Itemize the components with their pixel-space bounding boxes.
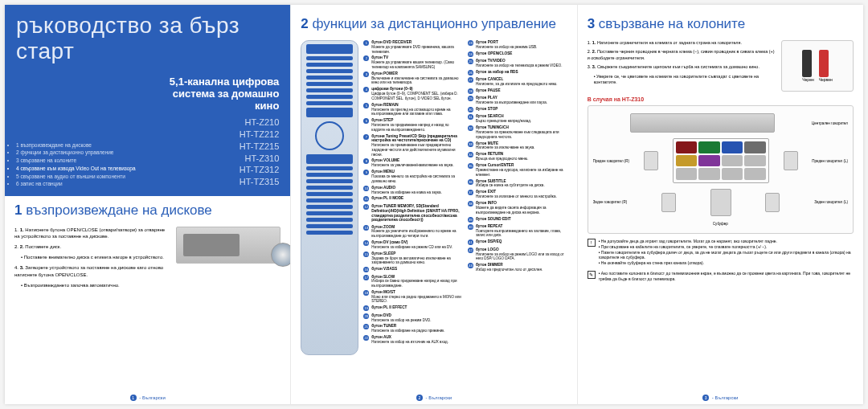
legend-bullet: 5 (363, 103, 369, 108)
legend-desc: Натиснете за избор на режим DVD. (371, 318, 431, 323)
legend-item: 15бутон SLEEPЗадава се броя за автоматич… (363, 252, 463, 265)
legend-bullet: 16 (363, 267, 369, 272)
player-illustration (176, 227, 280, 292)
model: HT-Z310 (149, 153, 279, 165)
remote-button-row (306, 88, 353, 92)
legend-desc: Можете да увеличите изображението по вре… (371, 229, 463, 238)
legend-item: 20бутон DVDНатиснете за избор на режим D… (363, 313, 463, 323)
legend-bullet: 42 (468, 247, 473, 253)
section-number: 3 (588, 16, 595, 31)
legend-title: бутон PAUSE (476, 88, 501, 93)
legend-item: 19бутон PL II EFFECT (363, 305, 463, 311)
legend-title: бутон PL II MODE (371, 196, 403, 201)
legend-item: 2бутон TVМожете да управлявате вашия тел… (363, 55, 463, 69)
dvd-player-icon (176, 227, 280, 264)
legend-bullet: 11 (363, 196, 369, 202)
footer-page-number: 1 (130, 395, 137, 401)
remote-dpad-icon (315, 121, 344, 150)
legend-item: 26бутон за избор на RDS (468, 70, 567, 76)
legend-bullet: 2 (363, 55, 369, 61)
wiring-diagram: Централен говорител Преден говорител (R)… (588, 105, 854, 234)
remote-button-row (306, 186, 353, 190)
legend-desc: Можете да управлявате DVD приемника, ваш… (371, 45, 463, 54)
toc-item: 4 свързване към извода Video Out на теле… (16, 165, 149, 173)
legend-bullet: 25 (468, 59, 473, 64)
legend-bullet: 40 (468, 224, 473, 230)
toc-item: 6 запис на станции (16, 180, 149, 188)
section-title: възпроизвеждане на дискове (26, 202, 212, 218)
legend-title: бутон OPEN/CLOSE (476, 51, 512, 56)
remote-button-row (306, 63, 353, 67)
step: 2. Поставете черния проводник в черната … (588, 49, 775, 61)
legend-bullet: 7 (363, 134, 369, 140)
legend-desc: Моно или стерео на радио предаването в M… (371, 295, 463, 304)
toc-item: 2 функции за дистанционно управление (16, 149, 149, 157)
plug-red-icon (819, 50, 829, 77)
plug-label-black: Черен (802, 77, 813, 82)
legend-bullet: 36 (468, 179, 473, 185)
footer-lang: - Български (710, 395, 738, 400)
toc-item: 1 възпроизвеждане на дискове (16, 141, 149, 149)
section-1-steps: 1. Натиснете бутона OPEN/CLOSE (отвари/з… (14, 227, 168, 292)
legend-item: 43бутон DIMMERИзбор на предпочитан лого … (468, 263, 567, 272)
legend-bullet: 41 (468, 239, 473, 245)
legend-bullet: 6 (363, 118, 369, 124)
remote-button-row (306, 224, 353, 228)
remote-button-row (306, 218, 353, 222)
legend-bullet: 19 (363, 305, 369, 311)
legend-item: 30бутон STOP (468, 107, 567, 112)
page-1-footer: 1 - Български (5, 395, 290, 401)
step: 3. Затворете устройството за поставяне н… (14, 264, 168, 277)
legend-item: 24бутон OPEN/CLOSE (468, 51, 567, 57)
legend-item: 27бутон CANCELНатиснете, за да излизате … (468, 77, 567, 87)
legend-item: 33бутон MUTEНатиснете за изключване на з… (468, 141, 567, 151)
legend-item: 29бутон PLAYНатиснете за възпроизвеждане… (468, 96, 567, 105)
toc-item: 3 свързване на колоните (16, 157, 149, 165)
legend-item: 23бутон PORTНатиснете за избор на режима… (468, 40, 567, 50)
remote-button-row (306, 101, 353, 105)
legend-bullet: 10 (363, 186, 369, 191)
warning-text: • Пазете говорителите на субуфера далеч … (599, 250, 854, 261)
legend-desc: Натиснете за увеличаване/намаляване на з… (371, 163, 453, 168)
cover-block: ръководство за бърз старт 1 възпроизвежд… (5, 5, 290, 196)
page-2: 2 функции за дистанционно управление (291, 5, 577, 404)
subtitle-line2: система за домашно кино (149, 88, 279, 112)
note-icon: ✎ (588, 271, 596, 279)
page-1: ръководство за бърз старт 1 възпроизвежд… (5, 5, 291, 404)
legend-title: бутон PL II EFFECT (371, 305, 407, 310)
legend-right-column: 23бутон PORTНатиснете за избор на режима… (468, 40, 567, 355)
legend-item: 17бутон SLOWИзбира се бавно придвижване … (363, 275, 463, 288)
legend-bullet: 39 (468, 217, 473, 223)
legend-desc: Натиснете за преминаване към предварител… (371, 143, 463, 157)
plug-illustration: Черен Червен (781, 40, 854, 92)
legend-item: 40бутон REPEATПовторете възпроизвежданет… (468, 224, 567, 238)
warning-2: ✎ • Ако поставите колоната в близост до … (588, 271, 854, 282)
step: 1. Натиснете ограничителя на клемата от … (588, 40, 775, 46)
page-2-footer: 2 - Български (291, 395, 576, 401)
terminal-panel-icon (673, 138, 769, 183)
legend-title: бутон TUNER MEMORY, SD(Standard Definiti… (371, 204, 463, 223)
legend-item: 13бутон ZOOMМожете да увеличите изображе… (363, 225, 463, 239)
step: 1. Натиснете бутона OPEN/CLOSE (отвари/з… (14, 227, 168, 239)
legend-bullet: 1 (363, 40, 369, 46)
legend-desc: Задава се броя за автоматично изключване… (371, 256, 463, 265)
legend-item: 21бутон TUNERНатиснете за избиране на ра… (363, 324, 463, 333)
step: 3. Свържете съединителните щепсели към г… (588, 64, 775, 70)
legend-bullet: 28 (468, 88, 473, 94)
legend-item: 18бутон MO/STМоно или стерео на радио пр… (363, 290, 463, 304)
model: HT-TZ315 (149, 176, 279, 188)
legend-bullet: 34 (468, 152, 473, 157)
legend-title: бутон DSP/EQ (476, 239, 502, 244)
legend-desc: Натиснете, за да излизате на предходното… (476, 82, 558, 87)
model: HT-TZ212 (149, 129, 279, 141)
legend-bullet: 29 (468, 96, 473, 101)
legend-desc: Цифров бутон (0–9), COMPONENT SEL. (изби… (371, 92, 463, 100)
legend-item: 1бутон DVD RECEIVERМожете да управлявате… (363, 40, 463, 54)
legend-desc: Натиснете за излизане от менюто за настр… (476, 194, 557, 199)
legend-title: бутони Tuning Preset/CD Skip (предварите… (371, 134, 463, 144)
footer-lang: - Български (424, 395, 452, 400)
legend-bullet: 43 (468, 263, 473, 268)
legend-item: 16бутон V.BASS (363, 267, 463, 272)
warning-text: • При свързване на кабелите на говорител… (599, 244, 854, 250)
section-3-heading: 3 свързване на колоните (588, 16, 854, 32)
